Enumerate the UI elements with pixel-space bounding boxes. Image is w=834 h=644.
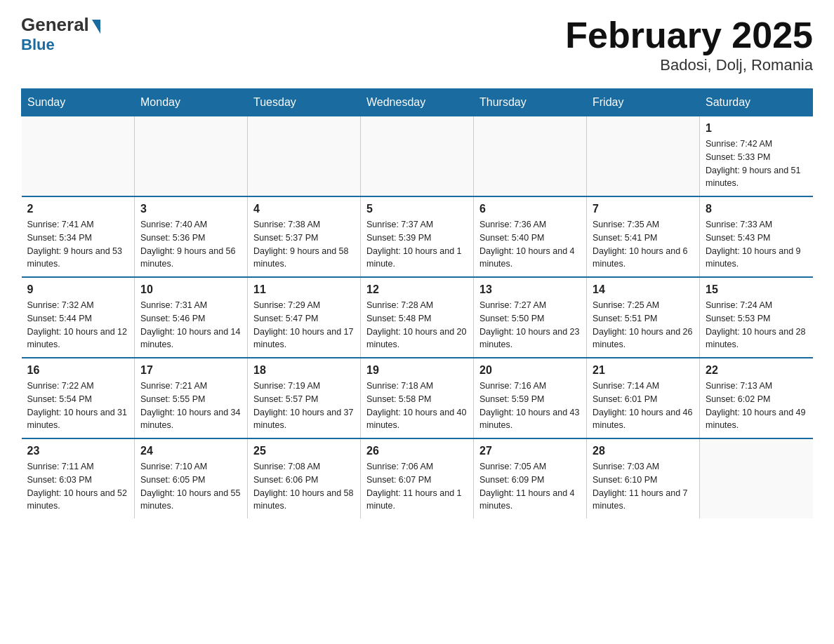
day-number: 14: [593, 283, 694, 296]
day-info: Sunrise: 7:08 AMSunset: 6:06 PMDaylight:…: [253, 460, 355, 513]
calendar-cell: [361, 116, 474, 197]
calendar-cell: 13Sunrise: 7:27 AMSunset: 5:50 PMDayligh…: [474, 277, 587, 358]
calendar-cell: 10Sunrise: 7:31 AMSunset: 5:46 PMDayligh…: [135, 277, 248, 358]
month-title: February 2025: [565, 14, 813, 56]
calendar-cell: 1Sunrise: 7:42 AMSunset: 5:33 PMDaylight…: [700, 116, 813, 197]
calendar-cell: 2Sunrise: 7:41 AMSunset: 5:34 PMDaylight…: [22, 196, 135, 277]
calendar-table: SundayMondayTuesdayWednesdayThursdayFrid…: [21, 88, 813, 518]
page-header: General Blue February 2025 Badosi, Dolj,…: [21, 14, 813, 74]
day-number: 4: [253, 203, 355, 215]
day-number: 6: [479, 203, 581, 215]
day-info: Sunrise: 7:42 AMSunset: 5:33 PMDaylight:…: [706, 137, 807, 190]
calendar-cell: [587, 116, 700, 197]
header-monday: Monday: [135, 89, 248, 116]
calendar-header-row: SundayMondayTuesdayWednesdayThursdayFrid…: [22, 89, 813, 116]
day-number: 19: [366, 364, 468, 377]
day-number: 16: [27, 364, 129, 377]
day-info: Sunrise: 7:33 AMSunset: 5:43 PMDaylight:…: [706, 218, 807, 271]
calendar-week-row: 1Sunrise: 7:42 AMSunset: 5:33 PMDaylight…: [22, 116, 813, 197]
calendar-week-row: 9Sunrise: 7:32 AMSunset: 5:44 PMDaylight…: [22, 277, 813, 358]
day-info: Sunrise: 7:29 AMSunset: 5:47 PMDaylight:…: [253, 299, 355, 351]
day-info: Sunrise: 7:27 AMSunset: 5:50 PMDaylight:…: [479, 299, 581, 351]
day-number: 5: [366, 203, 468, 215]
calendar-cell: [700, 438, 813, 518]
calendar-cell: 16Sunrise: 7:22 AMSunset: 5:54 PMDayligh…: [22, 358, 135, 438]
day-number: 21: [593, 364, 694, 377]
calendar-cell: 8Sunrise: 7:33 AMSunset: 5:43 PMDaylight…: [700, 196, 813, 277]
day-number: 15: [706, 283, 807, 296]
day-info: Sunrise: 7:32 AMSunset: 5:44 PMDaylight:…: [27, 299, 129, 351]
day-info: Sunrise: 7:24 AMSunset: 5:53 PMDaylight:…: [706, 299, 807, 351]
day-number: 13: [479, 283, 581, 296]
day-info: Sunrise: 7:22 AMSunset: 5:54 PMDaylight:…: [27, 380, 129, 432]
header-sunday: Sunday: [22, 89, 135, 116]
calendar-cell: [474, 116, 587, 197]
calendar-cell: 26Sunrise: 7:06 AMSunset: 6:07 PMDayligh…: [361, 438, 474, 518]
calendar-cell: 5Sunrise: 7:37 AMSunset: 5:39 PMDaylight…: [361, 196, 474, 277]
header-tuesday: Tuesday: [248, 89, 361, 116]
header-friday: Friday: [587, 89, 700, 116]
day-info: Sunrise: 7:03 AMSunset: 6:10 PMDaylight:…: [593, 460, 694, 513]
calendar-week-row: 16Sunrise: 7:22 AMSunset: 5:54 PMDayligh…: [22, 358, 813, 438]
day-number: 3: [140, 203, 241, 215]
day-info: Sunrise: 7:05 AMSunset: 6:09 PMDaylight:…: [479, 460, 581, 513]
header-thursday: Thursday: [474, 89, 587, 116]
logo-triangle-icon: [92, 20, 100, 34]
calendar-cell: 12Sunrise: 7:28 AMSunset: 5:48 PMDayligh…: [361, 277, 474, 358]
day-number: 12: [366, 283, 468, 296]
logo-blue-text: Blue: [21, 36, 55, 54]
day-info: Sunrise: 7:06 AMSunset: 6:07 PMDaylight:…: [366, 460, 468, 513]
day-info: Sunrise: 7:35 AMSunset: 5:41 PMDaylight:…: [593, 218, 694, 271]
calendar-cell: 25Sunrise: 7:08 AMSunset: 6:06 PMDayligh…: [248, 438, 361, 518]
logo: General Blue: [21, 14, 100, 54]
day-info: Sunrise: 7:18 AMSunset: 5:58 PMDaylight:…: [366, 380, 468, 432]
day-number: 10: [140, 283, 241, 296]
day-number: 2: [27, 203, 129, 215]
day-number: 25: [253, 445, 355, 457]
calendar-cell: 18Sunrise: 7:19 AMSunset: 5:57 PMDayligh…: [248, 358, 361, 438]
day-number: 23: [27, 445, 129, 457]
calendar-cell: 20Sunrise: 7:16 AMSunset: 5:59 PMDayligh…: [474, 358, 587, 438]
day-info: Sunrise: 7:16 AMSunset: 5:59 PMDaylight:…: [479, 380, 581, 432]
day-number: 28: [593, 445, 694, 457]
day-info: Sunrise: 7:19 AMSunset: 5:57 PMDaylight:…: [253, 380, 355, 432]
day-info: Sunrise: 7:31 AMSunset: 5:46 PMDaylight:…: [140, 299, 241, 351]
day-info: Sunrise: 7:28 AMSunset: 5:48 PMDaylight:…: [366, 299, 468, 351]
day-number: 9: [27, 283, 129, 296]
calendar-cell: 14Sunrise: 7:25 AMSunset: 5:51 PMDayligh…: [587, 277, 700, 358]
calendar-cell: 23Sunrise: 7:11 AMSunset: 6:03 PMDayligh…: [22, 438, 135, 518]
calendar-cell: 15Sunrise: 7:24 AMSunset: 5:53 PMDayligh…: [700, 277, 813, 358]
logo-general-text: General: [21, 14, 89, 36]
header-wednesday: Wednesday: [361, 89, 474, 116]
day-number: 20: [479, 364, 581, 377]
calendar-cell: [22, 116, 135, 197]
day-number: 27: [479, 445, 581, 457]
calendar-cell: 19Sunrise: 7:18 AMSunset: 5:58 PMDayligh…: [361, 358, 474, 438]
day-number: 7: [593, 203, 694, 215]
calendar-week-row: 23Sunrise: 7:11 AMSunset: 6:03 PMDayligh…: [22, 438, 813, 518]
calendar-cell: 24Sunrise: 7:10 AMSunset: 6:05 PMDayligh…: [135, 438, 248, 518]
calendar-cell: 27Sunrise: 7:05 AMSunset: 6:09 PMDayligh…: [474, 438, 587, 518]
day-info: Sunrise: 7:37 AMSunset: 5:39 PMDaylight:…: [366, 218, 468, 271]
calendar-cell: 21Sunrise: 7:14 AMSunset: 6:01 PMDayligh…: [587, 358, 700, 438]
day-info: Sunrise: 7:36 AMSunset: 5:40 PMDaylight:…: [479, 218, 581, 271]
day-number: 8: [706, 203, 807, 215]
day-info: Sunrise: 7:11 AMSunset: 6:03 PMDaylight:…: [27, 460, 129, 513]
calendar-cell: 22Sunrise: 7:13 AMSunset: 6:02 PMDayligh…: [700, 358, 813, 438]
title-section: February 2025 Badosi, Dolj, Romania: [565, 14, 813, 74]
calendar-cell: 11Sunrise: 7:29 AMSunset: 5:47 PMDayligh…: [248, 277, 361, 358]
day-number: 1: [706, 122, 807, 135]
day-info: Sunrise: 7:40 AMSunset: 5:36 PMDaylight:…: [140, 218, 241, 271]
day-number: 22: [706, 364, 807, 377]
calendar-cell: [135, 116, 248, 197]
day-number: 11: [253, 283, 355, 296]
calendar-cell: 3Sunrise: 7:40 AMSunset: 5:36 PMDaylight…: [135, 196, 248, 277]
day-number: 24: [140, 445, 241, 457]
calendar-cell: 9Sunrise: 7:32 AMSunset: 5:44 PMDaylight…: [22, 277, 135, 358]
day-number: 18: [253, 364, 355, 377]
calendar-cell: 6Sunrise: 7:36 AMSunset: 5:40 PMDaylight…: [474, 196, 587, 277]
location-text: Badosi, Dolj, Romania: [565, 56, 813, 74]
day-info: Sunrise: 7:21 AMSunset: 5:55 PMDaylight:…: [140, 380, 241, 432]
day-info: Sunrise: 7:14 AMSunset: 6:01 PMDaylight:…: [593, 380, 694, 432]
day-info: Sunrise: 7:10 AMSunset: 6:05 PMDaylight:…: [140, 460, 241, 513]
